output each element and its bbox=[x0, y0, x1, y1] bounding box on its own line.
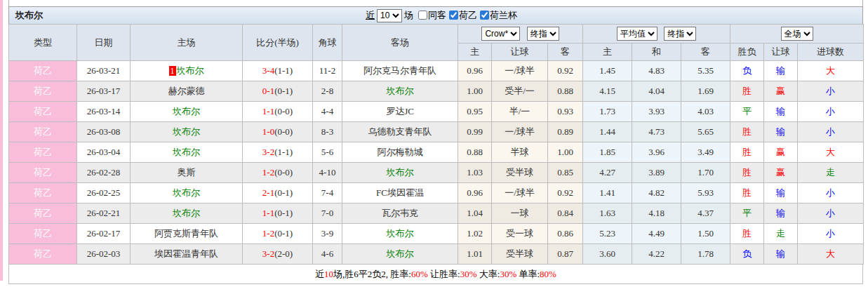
odds-value: 1.04 bbox=[467, 208, 483, 218]
result-outcome-cell: 负 bbox=[730, 61, 764, 81]
odds-value: 0.96 bbox=[467, 65, 483, 76]
summary-stat-value: 30% bbox=[460, 269, 477, 279]
league-label: 荷乙 bbox=[34, 187, 52, 198]
summary-footer: 近10场,胜6平2负2, 胜率:60% 让胜率:30% 大率:30% 单率:80… bbox=[8, 265, 863, 284]
avg-odds-value: 4.04 bbox=[648, 86, 665, 96]
odds-value: 0.99 bbox=[467, 126, 483, 137]
odds-company-select[interactable]: Crow* bbox=[481, 27, 520, 41]
score-cell: 3-2(2-0) bbox=[243, 244, 313, 265]
avg-odds-value: 4.27 bbox=[599, 167, 615, 178]
result-goals-cell: 小 bbox=[798, 102, 864, 122]
avg-odds-value: 4.37 bbox=[697, 208, 714, 218]
date-cell: 26-02-28 bbox=[77, 163, 131, 183]
match-date: 26-02-03 bbox=[87, 248, 121, 259]
avg-away-cell: 1.70 bbox=[681, 163, 730, 183]
odds-value: 0.92 bbox=[557, 187, 573, 198]
odds-value: 0.88 bbox=[467, 147, 483, 157]
match-date: 26-03-17 bbox=[87, 86, 121, 96]
away-team-name: 坎布尔 bbox=[387, 167, 414, 178]
table-row: 荷乙26-02-28奥斯1-2(0-0)4-10坎布尔1.03受半球0.854.… bbox=[9, 163, 864, 183]
home-team-cell: 坎布尔 bbox=[131, 122, 243, 142]
result-value: 平 bbox=[742, 106, 752, 116]
away-team-name: 罗达JC bbox=[386, 106, 414, 116]
col-header-result-handicap: 让球 bbox=[764, 44, 798, 61]
avg-odds-value: 4.73 bbox=[648, 126, 665, 137]
home-team-name: 坎布尔 bbox=[173, 106, 200, 116]
match-count-select[interactable]: 10 bbox=[377, 9, 402, 22]
avg-odds-value: 1.73 bbox=[599, 106, 615, 116]
result-goals-cell: 小 bbox=[798, 224, 864, 244]
corners-cell: 4-4 bbox=[313, 102, 342, 122]
date-cell: 26-03-08 bbox=[77, 122, 131, 142]
odds-value: 0.84 bbox=[557, 208, 573, 218]
avg-away-cell: 1.78 bbox=[681, 244, 730, 265]
away-team-cell: 乌德勒支青年队 bbox=[342, 122, 458, 142]
league-label: 荷乙 bbox=[34, 208, 52, 218]
avg-time-select[interactable]: 终指 bbox=[664, 27, 696, 41]
home-team-name: 坎布尔 bbox=[173, 147, 200, 157]
odds-handicap-cell: 一/球半 bbox=[492, 61, 548, 81]
result-value: 小 bbox=[826, 228, 835, 239]
odds-value: 0.96 bbox=[467, 187, 483, 198]
avg-odds-value: 4.49 bbox=[648, 228, 665, 239]
result-value: 小 bbox=[826, 86, 835, 96]
avg-odds-value: 5.93 bbox=[697, 187, 714, 198]
away-team-name: 坎布尔 bbox=[387, 228, 414, 239]
avg-home-cell: 4.15 bbox=[583, 81, 632, 102]
result-value: 赢 bbox=[776, 86, 785, 96]
home-team-cell: 1坎布尔 bbox=[131, 61, 243, 81]
league-label: 荷乙 bbox=[34, 106, 52, 116]
summary-stat-value: 30% bbox=[500, 269, 516, 279]
col-header-avg-away: 客 bbox=[681, 44, 730, 61]
avg-home-cell: 1.63 bbox=[583, 203, 632, 224]
match-date: 26-02-28 bbox=[87, 167, 121, 178]
filter-checkbox-2[interactable] bbox=[480, 11, 489, 20]
filter-checkbox-1[interactable] bbox=[449, 11, 458, 20]
odds-value: 0.89 bbox=[557, 126, 573, 137]
odds-handicap-cell: 受一球 bbox=[492, 224, 548, 244]
col-header-corner: 角球 bbox=[313, 25, 342, 61]
score-cell: 3-4(1-1) bbox=[243, 61, 313, 81]
result-goals-cell: 小 bbox=[798, 81, 864, 102]
odds-handicap-cell: 半/一 bbox=[492, 102, 548, 122]
halftime-score: (2-0) bbox=[274, 248, 293, 259]
result-value: 输 bbox=[776, 126, 785, 137]
fulltime-score: 1-1 bbox=[262, 208, 274, 218]
halftime-score: (0-0) bbox=[274, 106, 293, 116]
odds-away-cell: 0.92 bbox=[548, 183, 583, 203]
corners-value: 7-0 bbox=[321, 208, 333, 218]
result-value: 大 bbox=[826, 248, 835, 259]
date-cell: 26-02-03 bbox=[77, 244, 131, 265]
avg-company-select[interactable]: 平均值 bbox=[617, 27, 657, 41]
match-date: 26-02-21 bbox=[87, 208, 121, 218]
odds-handicap-cell: 一球 bbox=[492, 203, 548, 224]
corners-value: 7-4 bbox=[321, 187, 333, 198]
scope-select[interactable]: 全场 bbox=[781, 27, 813, 41]
home-team-cell: 坎布尔 bbox=[131, 203, 243, 224]
halftime-score: (0-1) bbox=[274, 187, 293, 198]
home-team-cell: 坎布尔 bbox=[131, 142, 243, 163]
odds-value: 1.00 bbox=[467, 86, 483, 96]
avg-odds-value: 5.23 bbox=[599, 228, 615, 239]
match-date: 26-02-25 bbox=[87, 187, 121, 198]
summary-stat-value: 80% bbox=[540, 269, 556, 279]
odds-away-cell: 0.85 bbox=[548, 163, 583, 183]
odds-away-cell: 0.93 bbox=[548, 102, 583, 122]
result-value: 赢 bbox=[776, 147, 785, 157]
home-team-cell: 奥斯 bbox=[131, 163, 243, 183]
avg-odds-value: 4.15 bbox=[599, 86, 615, 96]
home-team-cell: 阿贾克斯青年队 bbox=[131, 224, 243, 244]
home-team-name: 埃因霍温青年队 bbox=[154, 248, 218, 259]
result-goals-cell: 小 bbox=[798, 122, 864, 142]
odds-time-select[interactable]: 终指 bbox=[527, 27, 559, 41]
odds-handicap-cell: 一/球半 bbox=[492, 122, 548, 142]
home-team-cell: 坎布尔 bbox=[131, 183, 243, 203]
table-row: 荷乙26-02-25坎布尔2-1(0-1)7-4FC埃因霍温0.96一/球半0.… bbox=[9, 183, 864, 203]
odds-value: 受半球 bbox=[506, 248, 533, 259]
odds-value: 1.00 bbox=[557, 147, 573, 157]
result-value: 负 bbox=[742, 248, 752, 259]
fulltime-score: 1-0 bbox=[262, 126, 274, 137]
header-row-top: 类型 日期 主场 比分(半场) 角球 客场 Crow* 终指 平均值 终指 全场 bbox=[9, 25, 864, 44]
filter-checkbox-0[interactable] bbox=[418, 11, 427, 20]
result-outcome-cell: 胜 bbox=[730, 142, 764, 163]
